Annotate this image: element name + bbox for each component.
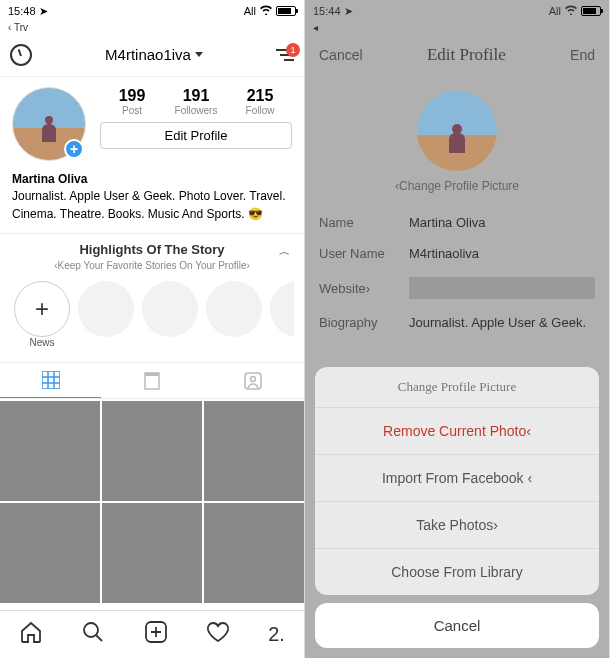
feed-icon (143, 372, 161, 390)
chevron-up-icon: ︿ (279, 244, 290, 259)
photo-thumbnail[interactable] (0, 401, 100, 501)
search-icon (81, 620, 105, 644)
menu-button[interactable]: 1 (276, 49, 294, 61)
website-input[interactable] (409, 277, 595, 299)
sheet-import-facebook[interactable]: Import From Facebook ‹ (315, 454, 599, 501)
photo-thumbnail[interactable] (204, 401, 304, 501)
status-time: 15:44 (313, 5, 341, 17)
end-button[interactable]: End (570, 47, 595, 63)
photo-grid (0, 399, 304, 605)
location-icon: ➤ (39, 5, 48, 18)
wifi-icon (564, 4, 578, 18)
sheet-choose-library[interactable]: Choose From Library (315, 548, 599, 595)
status-time: 15:48 (8, 5, 36, 17)
sheet-cancel-button[interactable]: Cancel (315, 603, 599, 648)
grid-icon (42, 371, 60, 389)
highlight-placeholder (142, 281, 198, 348)
new-highlight-button[interactable]: + News (14, 281, 70, 348)
svg-rect-1 (145, 373, 159, 376)
tab-feed[interactable] (101, 363, 202, 398)
username-dropdown[interactable]: M4rtinao1iva (105, 46, 203, 63)
status-right-text: All (549, 5, 561, 17)
sheet-take-photo[interactable]: Take Photos› (315, 501, 599, 548)
action-sheet: Change Profile Picture Remove Current Ph… (315, 367, 599, 648)
stats-container: 199 Post 191 Followers 215 Follow Edit P… (100, 87, 292, 161)
edit-profile-button[interactable]: Edit Profile (100, 122, 292, 149)
story-highlights: Highlights Of The Story ︿ ‹Keep Your Fav… (0, 233, 304, 362)
plus-square-icon (144, 620, 168, 644)
highlights-subtitle: ‹Keep Your Favorite Stories On Your Prof… (10, 260, 294, 271)
field-name[interactable]: Name Martina Oliva (305, 207, 609, 238)
sheet-title: Change Profile Picture (315, 367, 599, 407)
highlight-placeholder (78, 281, 134, 348)
highlight-placeholder (270, 281, 294, 348)
field-biography[interactable]: Biography Journalist. Apple User & Geek. (305, 307, 609, 338)
nav-new-post[interactable] (144, 620, 168, 650)
svg-point-3 (251, 376, 256, 381)
battery-icon (276, 6, 296, 16)
profile-navbar: M4rtinao1iva 1 (0, 33, 304, 77)
photo-thumbnail[interactable] (102, 503, 202, 603)
wifi-icon (259, 4, 273, 18)
archive-icon[interactable] (10, 44, 32, 66)
stat-following[interactable]: 215 Follow (228, 87, 292, 116)
status-right-text: All (244, 5, 256, 17)
highlight-placeholder (206, 281, 262, 348)
heart-icon (206, 620, 230, 644)
display-name: Martina Oliva (12, 171, 292, 188)
highlights-title[interactable]: Highlights Of The Story ︿ (10, 242, 294, 258)
edit-profile-screen: 15:44 ➤ All ◂ Cancel Edit Profile End ‹C… (305, 0, 610, 658)
svg-point-4 (84, 623, 98, 637)
status-bar: 15:48 ➤ All (0, 0, 304, 22)
photo-thumbnail[interactable] (0, 503, 100, 603)
location-icon: ➤ (344, 5, 353, 18)
status-sub: ◂ (305, 22, 609, 33)
photo-thumbnail[interactable] (102, 401, 202, 501)
profile-tabs (0, 362, 304, 399)
profile-screen: 15:48 ➤ All ‹ Trv M4rtinao1iva 1 + 199 (0, 0, 305, 658)
home-icon (19, 620, 43, 644)
change-picture-link[interactable]: ‹Change Profile Picture (305, 179, 609, 193)
photo-thumbnail[interactable] (204, 503, 304, 603)
nav-search[interactable] (81, 620, 105, 650)
bio-text: Journalist. Apple User & Geek. Photo Lov… (12, 188, 292, 223)
edit-navbar: Cancel Edit Profile End (305, 33, 609, 77)
stat-followers[interactable]: 191 Followers (164, 87, 228, 116)
bio-section: Martina Oliva Journalist. Apple User & G… (0, 171, 304, 233)
bottom-nav: 2. (0, 610, 304, 658)
tagged-icon (244, 372, 262, 390)
sheet-remove-photo[interactable]: Remove Current Photo‹ (315, 407, 599, 454)
page-title: Edit Profile (427, 45, 506, 65)
stat-posts[interactable]: 199 Post (100, 87, 164, 116)
cancel-button[interactable]: Cancel (319, 47, 363, 63)
field-website[interactable]: Website› (305, 269, 609, 307)
profile-avatar-large[interactable] (417, 91, 497, 171)
status-bar: 15:44 ➤ All (305, 0, 609, 22)
avatar-container[interactable]: + (12, 87, 86, 161)
field-username[interactable]: User Name M4rtinaoliva (305, 238, 609, 269)
nav-profile-count[interactable]: 2. (268, 623, 285, 646)
status-sub: ‹ Trv (0, 22, 304, 33)
battery-icon (581, 6, 601, 16)
nav-home[interactable] (19, 620, 43, 650)
tab-tagged[interactable] (203, 363, 304, 398)
nav-activity[interactable] (206, 620, 230, 650)
tab-grid[interactable] (0, 363, 101, 398)
add-story-icon[interactable]: + (64, 139, 84, 159)
notification-badge: 1 (286, 43, 300, 57)
profile-header: + 199 Post 191 Followers 215 Follow Edit… (0, 77, 304, 171)
